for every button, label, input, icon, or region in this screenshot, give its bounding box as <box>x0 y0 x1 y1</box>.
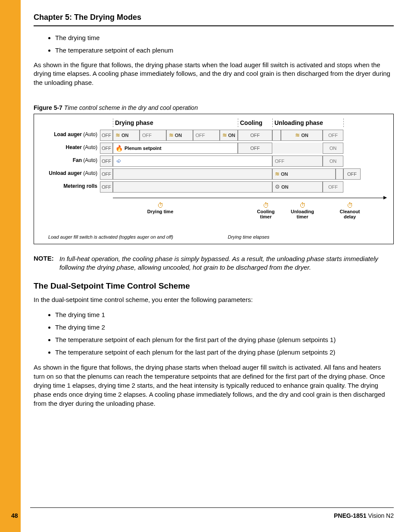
figure-5-7: Drying phase Cooling Unloading phase Loa… <box>34 114 394 244</box>
intro-bullets: The drying time The temperature setpoint… <box>55 34 394 54</box>
flame-icon: 🔥 <box>115 145 123 152</box>
row-unload-auger-label: Unload auger (Auto) <box>37 168 100 180</box>
auger-icon: ≋ <box>169 132 174 138</box>
load-auger-cooling-off: OFF <box>238 130 272 141</box>
auger-icon: ≋ <box>222 132 227 138</box>
auger-icon: ≋ <box>115 132 120 138</box>
unload-drying-cooling-off <box>113 168 272 180</box>
side-accent-bar <box>0 0 21 532</box>
metering-drying-cooling-off <box>113 181 272 193</box>
unload-pre-off: OFF <box>100 168 113 180</box>
section2-bullet-4: The temperature setpoint of each plenum … <box>55 348 394 356</box>
row-heater-label: Heater (Auto) <box>37 142 100 155</box>
section2-bullet-3: The temperature setpoint of each plenum … <box>55 336 394 343</box>
phase-head-cooling: Cooling <box>238 118 272 127</box>
row-load-auger-label: Load auger (Auto) <box>37 129 100 142</box>
heater-cooling-off: OFF <box>238 143 272 154</box>
intro-paragraph: As shown in the figure that follows, the… <box>34 61 394 87</box>
footer-rule <box>30 507 394 508</box>
section-heading-dual-setpoint: The Dual-Setpoint Time Control Scheme <box>34 281 394 291</box>
unload-end-off: OFF <box>343 168 361 180</box>
phase-head-unloading: Unloading phase <box>272 118 343 127</box>
section2-bullets: The drying time 1 The drying time 2 The … <box>55 311 394 356</box>
timer-cooling: Cooling timer <box>251 209 281 219</box>
figure-caption: Figure 5-7 Time control scheme in the dr… <box>34 104 394 111</box>
timer-unloading: Unloading timer <box>285 209 320 219</box>
footnote-fill-switch: Load auger fill switch is activated (tog… <box>37 234 184 240</box>
load-auger-pre-off: OFF <box>100 130 113 141</box>
intro-bullet-1: The drying time <box>55 34 394 41</box>
footnote-elapses: Drying time elapses <box>184 234 313 240</box>
auger-icon: ≋ <box>295 132 300 138</box>
note-label: NOTE: <box>34 255 59 272</box>
section2-bullet-1: The drying time 1 <box>55 311 394 318</box>
heater-drying: 🔥Plenum setpoint <box>113 143 238 154</box>
clock-icon: ⏱ <box>134 202 186 209</box>
intro-bullet-2: The temperature setpoint of each plenum <box>55 47 394 54</box>
section2-paragraph: As shown in the figure that follows, the… <box>34 363 394 408</box>
heater-pre-off: OFF <box>100 143 113 154</box>
phase-head-drying: Drying phase <box>113 118 238 127</box>
timer-cleanout: Cleanout delay <box>335 209 365 219</box>
clock-icon: ⏱ <box>335 202 365 209</box>
chapter-title: Chapter 5: The Drying Modes <box>34 13 394 22</box>
metering-pre-off: OFF <box>100 181 113 193</box>
title-rule <box>34 25 394 26</box>
fan-drying-cooling: ꩜ <box>113 156 272 167</box>
note-block: NOTE: In full-heat operation, the coolin… <box>34 255 394 272</box>
gear-icon: ⚙ <box>275 184 280 190</box>
section2-intro: In the dual-setpoint time control scheme… <box>34 295 394 304</box>
section2-bullet-2: The drying time 2 <box>55 324 394 331</box>
auger-icon: ≋ <box>275 171 280 177</box>
timer-drying: Drying time <box>134 209 186 214</box>
row-metering-label: Metering rolls <box>37 180 100 193</box>
clock-icon: ⏱ <box>251 202 281 209</box>
doc-id: PNEG-1851 Vision N2 <box>334 512 394 519</box>
fan-pre-off: OFF <box>100 156 113 167</box>
page-number: 48 <box>11 512 18 519</box>
row-fan-label: Fan (Auto) <box>37 155 100 168</box>
fan-icon: ꩜ <box>115 157 122 165</box>
clock-icon: ⏱ <box>285 202 320 209</box>
note-body: In full-heat operation, the cooling phas… <box>59 255 394 272</box>
timeline-arrow <box>113 198 386 198</box>
